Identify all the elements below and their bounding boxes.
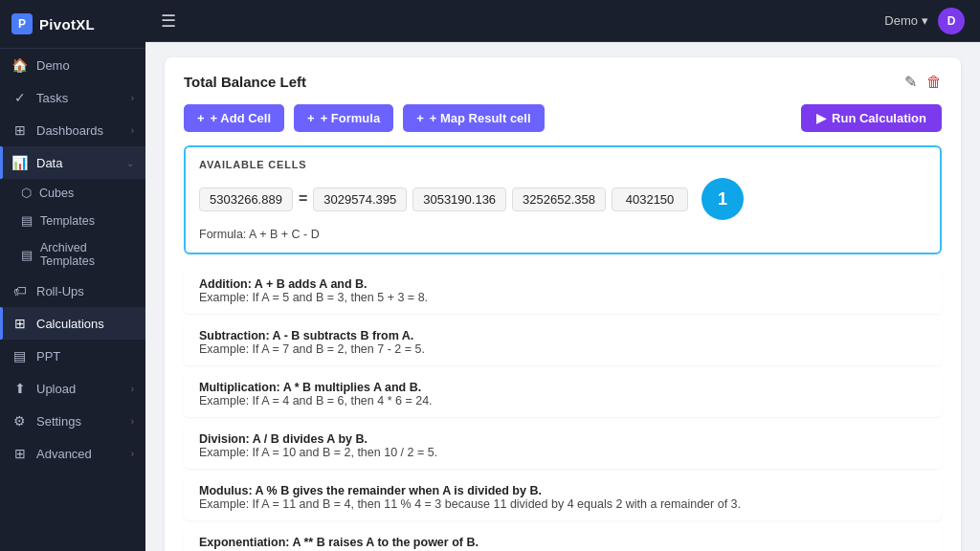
cell-b: 3053190.136 xyxy=(412,187,506,211)
add-cell-icon: + xyxy=(197,111,205,125)
formula-label: Formula: A + B + C - D xyxy=(199,228,926,241)
sidebar-item-data[interactable]: 📊 Data ⌄ xyxy=(0,146,145,179)
info-row-modulus: Modulus: A % B gives the remainder when … xyxy=(184,474,942,520)
demo-icon: 🏠 xyxy=(11,57,28,73)
formula-label: + Formula xyxy=(321,111,381,125)
topbar-right: Demo ▾ D xyxy=(884,8,965,34)
app-name: PivotXL xyxy=(39,16,95,33)
sidebar-item-ppt[interactable]: ▤ PPT xyxy=(0,340,145,372)
user-avatar[interactable]: D xyxy=(938,8,965,34)
info-section: Addition: A + B adds A and B. Example: I… xyxy=(184,268,942,551)
dashboards-chevron: › xyxy=(131,125,134,136)
info-row-division: Division: A / B divides A by B. Example:… xyxy=(184,423,942,469)
demo-label: Demo xyxy=(884,13,918,28)
tasks-chevron: › xyxy=(131,93,134,103)
ppt-icon: ▤ xyxy=(11,348,28,364)
main-card: Total Balance Left ✎ 🗑 + + Add Cell + + … xyxy=(165,57,961,551)
result-cell: 5303266.889 xyxy=(199,187,293,211)
settings-chevron: › xyxy=(131,416,134,427)
card-header: Total Balance Left ✎ 🗑 xyxy=(184,73,942,91)
map-icon: + xyxy=(416,111,424,125)
equals-sign: = xyxy=(299,190,307,208)
info-row-multiplication-title: Multiplication: A * B multiplies A and B… xyxy=(199,381,926,394)
run-label: Run Calculation xyxy=(832,111,926,125)
info-row-subtraction-title: Subtraction: A - B subtracts B from A. xyxy=(199,329,926,342)
sidebar-item-cubes[interactable]: ⬡ Cubes xyxy=(0,179,145,207)
info-row-modulus-title: Modulus: A % B gives the remainder when … xyxy=(199,484,926,497)
info-row-exp-title: Exponentiation: A ** B raises A to the p… xyxy=(199,536,926,549)
map-result-button[interactable]: + + Map Result cell xyxy=(403,104,544,132)
info-row-division-title: Division: A / B divides A by B. xyxy=(199,432,926,446)
delete-button[interactable]: 🗑 xyxy=(926,73,942,91)
formula-icon: + xyxy=(307,111,315,125)
active-bar xyxy=(0,146,3,179)
sidebar-item-demo[interactable]: 🏠 Demo xyxy=(0,49,145,81)
sidebar-item-upload[interactable]: ⬆ Upload › xyxy=(0,372,145,405)
run-icon: ▶ xyxy=(816,111,826,125)
run-calculation-button[interactable]: ▶ Run Calculation xyxy=(801,104,942,132)
data-chevron: ⌄ xyxy=(126,158,134,168)
logo-icon: P xyxy=(11,13,33,34)
advanced-chevron: › xyxy=(131,449,134,459)
sidebar-label-templates: Templates xyxy=(40,214,95,228)
cell-bubble: 1 xyxy=(702,178,744,220)
templates-icon: ▤ xyxy=(21,213,33,228)
formula-button[interactable]: + + Formula xyxy=(294,104,393,132)
available-cells-box: AVAILABLE CELLS 5303266.889 = 3029574.39… xyxy=(184,145,942,254)
calculations-icon: ⊞ xyxy=(11,316,28,331)
info-row-addition-desc: Example: If A = 5 and B = 3, then 5 + 3 … xyxy=(199,291,926,304)
cells-row: 5303266.889 = 3029574.395 3053190.136 32… xyxy=(199,178,926,220)
sidebar-label-calculations: Calculations xyxy=(36,317,134,331)
main-content: Total Balance Left ✎ 🗑 + + Add Cell + + … xyxy=(145,42,980,551)
info-row-addition-title: Addition: A + B adds A and B. xyxy=(199,277,926,291)
sidebar-item-dashboards[interactable]: ⊞ Dashboards › xyxy=(0,114,145,146)
sidebar-label-settings: Settings xyxy=(36,414,122,429)
hamburger-icon[interactable]: ☰ xyxy=(161,11,176,32)
upload-icon: ⬆ xyxy=(11,381,28,396)
sidebar-label-upload: Upload xyxy=(36,382,122,396)
sidebar-label-data: Data xyxy=(36,156,118,170)
sidebar-label-tasks: Tasks xyxy=(36,91,122,105)
toolbar: + + Add Cell + + Formula + + Map Result … xyxy=(184,104,942,132)
sidebar-item-archived[interactable]: ▤ Archived Templates xyxy=(0,234,145,275)
info-row-modulus-desc: Example: If A = 11 and B = 4, then 11 % … xyxy=(199,497,926,511)
sidebar-label-cubes: Cubes xyxy=(39,187,74,200)
add-cell-label: + Add Cell xyxy=(211,111,271,125)
dropdown-chevron: ▾ xyxy=(922,13,928,28)
sidebar-label-demo: Demo xyxy=(36,58,134,73)
dashboards-icon: ⊞ xyxy=(11,122,28,138)
upload-chevron: › xyxy=(131,384,134,394)
sidebar: P PivotXL 🏠 Demo ✓ Tasks › ⊞ Dashboards … xyxy=(0,0,145,551)
info-row-addition: Addition: A + B adds A and B. Example: I… xyxy=(184,268,942,314)
sidebar-label-archived: Archived Templates xyxy=(40,241,134,268)
topbar: ☰ Demo ▾ D xyxy=(145,0,980,42)
tasks-icon: ✓ xyxy=(11,90,28,105)
info-row-exponentiation: Exponentiation: A ** B raises A to the p… xyxy=(184,526,942,551)
archived-icon: ▤ xyxy=(21,248,33,262)
sidebar-label-dashboards: Dashboards xyxy=(36,123,122,138)
sidebar-label-advanced: Advanced xyxy=(36,447,122,461)
sidebar-logo: P PivotXL xyxy=(0,0,145,49)
calc-active-bar xyxy=(0,307,3,340)
sidebar-label-rollups: Roll-Ups xyxy=(36,284,134,298)
map-label: + Map Result cell xyxy=(430,111,531,125)
settings-icon: ⚙ xyxy=(11,413,28,429)
card-title: Total Balance Left xyxy=(184,74,306,90)
info-row-multiplication-desc: Example: If A = 4 and B = 6, then 4 * 6 … xyxy=(199,394,926,408)
sidebar-item-settings[interactable]: ⚙ Settings › xyxy=(0,405,145,437)
sidebar-item-rollups[interactable]: 🏷 Roll-Ups xyxy=(0,275,145,307)
sidebar-item-tasks[interactable]: ✓ Tasks › xyxy=(0,81,145,114)
edit-button[interactable]: ✎ xyxy=(904,73,917,91)
sidebar-item-advanced[interactable]: ⊞ Advanced › xyxy=(0,437,145,470)
sidebar-label-ppt: PPT xyxy=(36,349,134,364)
demo-dropdown[interactable]: Demo ▾ xyxy=(884,13,928,28)
sidebar-item-calculations[interactable]: ⊞ Calculations xyxy=(0,307,145,340)
card-actions: ✎ 🗑 xyxy=(904,73,942,91)
sidebar-item-templates[interactable]: ▤ Templates xyxy=(0,207,145,234)
add-cell-button[interactable]: + + Add Cell xyxy=(184,104,284,132)
info-row-subtraction-desc: Example: If A = 7 and B = 2, then 7 - 2 … xyxy=(199,342,926,356)
info-row-multiplication: Multiplication: A * B multiplies A and B… xyxy=(184,371,942,417)
info-row-division-desc: Example: If A = 10 and B = 2, then 10 / … xyxy=(199,446,926,459)
cubes-icon: ⬡ xyxy=(21,186,32,200)
info-row-subtraction: Subtraction: A - B subtracts B from A. E… xyxy=(184,320,942,365)
